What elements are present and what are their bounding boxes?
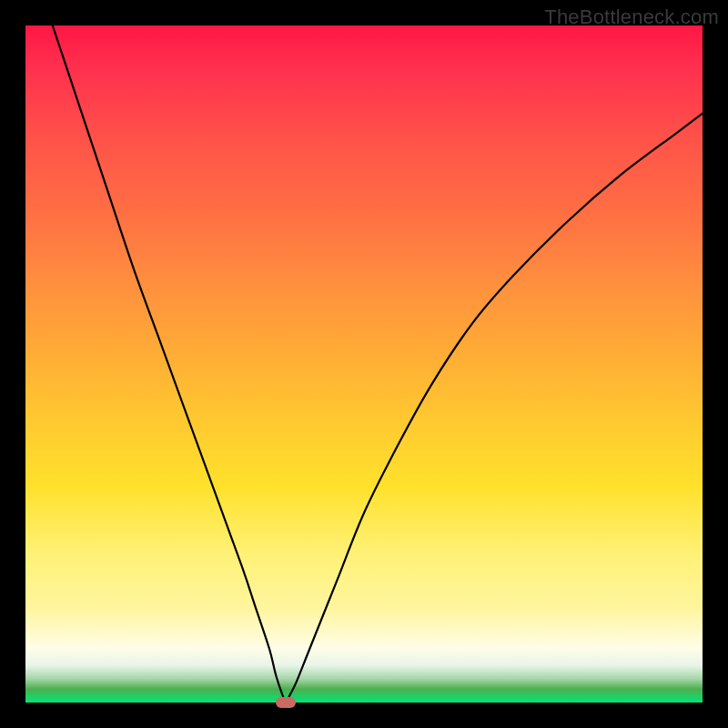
optimum-marker — [276, 697, 296, 708]
chart-frame: TheBottleneck.com — [0, 0, 728, 728]
watermark-text: TheBottleneck.com — [544, 5, 719, 29]
plot-area — [25, 25, 703, 703]
bottleneck-curve — [25, 25, 703, 703]
